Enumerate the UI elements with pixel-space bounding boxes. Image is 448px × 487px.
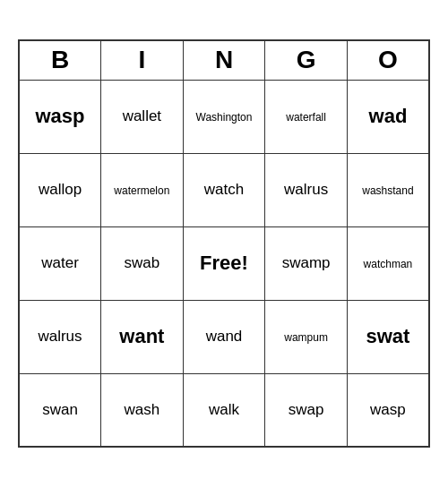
bingo-cell-3-1: want [101,300,184,373]
cell-text: wash [125,401,160,418]
cell-text: water [41,254,79,271]
bingo-row-3: walruswantwandwampumswat [19,300,429,373]
bingo-cell-0-2: Washington [183,80,265,153]
cell-text: walk [209,401,239,418]
cell-text: Washington [196,111,253,124]
bingo-cell-4-0: swan [19,373,101,447]
bingo-cell-3-2: wand [183,300,265,373]
bingo-cell-2-4: watchman [347,226,429,300]
bingo-row-2: waterswabFree!swampwatchman [19,226,429,300]
header-cell-o: O [347,40,429,80]
bingo-cell-4-2: walk [183,373,265,447]
cell-text: swamp [282,254,331,271]
cell-text: want [119,325,164,347]
cell-text: walrus [38,328,82,345]
header-cell-n: N [183,40,265,80]
cell-text: watch [204,181,244,198]
bingo-cell-3-4: swat [347,300,429,373]
bingo-cell-2-0: water [19,226,101,300]
bingo-cell-1-3: walrus [265,153,348,226]
cell-text: watermelon [114,184,169,197]
cell-text: wad [369,105,408,127]
cell-text: Free! [200,252,248,274]
bingo-cell-3-0: walrus [19,300,101,373]
cell-text: washstand [362,184,413,197]
bingo-row-1: wallopwatermelonwatchwalruswashstand [19,153,429,226]
cell-text: swan [42,401,78,418]
cell-text: waterfall [286,111,326,124]
bingo-cell-0-3: waterfall [265,80,348,153]
bingo-cell-1-1: watermelon [101,153,184,226]
cell-text: wampum [284,331,328,344]
bingo-cell-4-1: wash [101,373,184,447]
bingo-cell-1-2: watch [183,153,265,226]
bingo-cell-2-3: swamp [265,226,348,300]
cell-text: wasp [36,105,85,127]
bingo-cell-0-1: wallet [101,80,184,153]
bingo-card: BINGO waspwalletWashingtonwaterfallwadwa… [18,39,430,448]
bingo-cell-4-3: swap [265,373,348,447]
bingo-cell-4-4: wasp [347,373,429,447]
bingo-cell-1-4: washstand [347,153,429,226]
bingo-cell-0-4: wad [347,80,429,153]
cell-text: swap [289,401,324,418]
cell-text: wasp [370,401,406,418]
cell-text: swat [366,325,409,347]
bingo-cell-1-0: wallop [19,153,101,226]
cell-text: wallet [123,107,161,124]
cell-text: wand [206,328,243,345]
header-cell-g: G [265,40,348,80]
header-cell-i: I [101,40,184,80]
bingo-row-4: swanwashwalkswapwasp [19,373,429,447]
bingo-row-0: waspwalletWashingtonwaterfallwad [19,80,429,153]
bingo-cell-2-2: Free! [183,226,265,300]
cell-text: swab [125,254,160,271]
cell-text: wallop [39,181,82,198]
cell-text: walrus [284,181,328,198]
bingo-header-row: BINGO [19,40,429,80]
bingo-cell-3-3: wampum [265,300,348,373]
bingo-cell-0-0: wasp [19,80,101,153]
header-cell-b: B [19,40,101,80]
cell-text: watchman [364,258,413,270]
bingo-cell-2-1: swab [101,226,184,300]
